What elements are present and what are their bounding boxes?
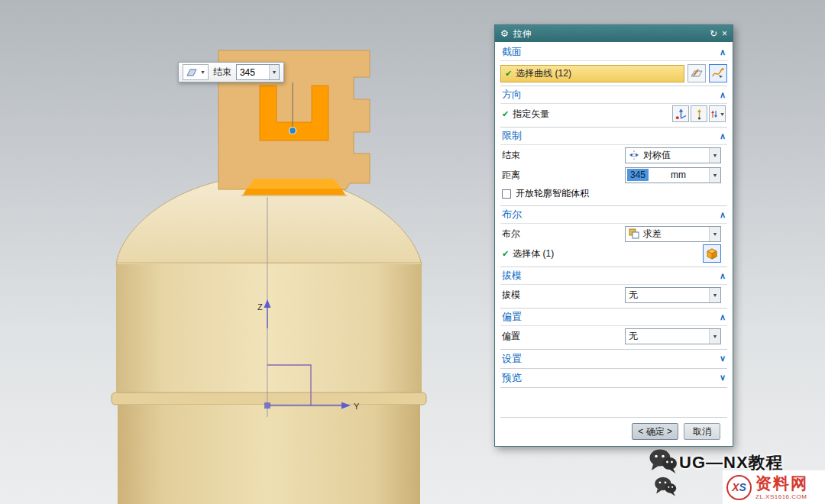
chevron-down-icon[interactable]: ▼ [709,329,720,344]
settings-group: 设置 ∨ [500,350,727,369]
offset-dropdown[interactable]: 无 ▼ [625,328,721,344]
origin-marker[interactable] [264,402,270,409]
nx-graphics-window: Z Y ▼ 结束 ▼ ⚙ 拉伸 ↻ × [0,0,825,504]
gear-icon: ⚙ [500,29,509,38]
vector-dialog-button[interactable] [672,105,689,122]
open-profile-checkbox[interactable] [502,189,511,199]
chevron-down-icon[interactable]: ▼ [709,168,720,183]
chevron-up-icon[interactable]: ∧ [720,131,726,141]
draft-dropdown[interactable]: 无 ▼ [625,287,721,303]
reset-icon[interactable]: ↻ [710,29,717,38]
wechat-icon [649,448,678,474]
chevron-down-icon[interactable]: ▼ [709,288,720,302]
close-icon[interactable]: × [722,29,727,38]
sketch-section-button[interactable] [688,64,706,82]
subtract-icon [629,228,639,239]
chevron-up-icon[interactable]: ∧ [720,90,726,100]
distance-label: 距离 [502,169,520,182]
drag-handle[interactable] [290,128,296,134]
onscreen-input-toolbar: ▼ 结束 ▼ [178,62,284,82]
extrude-limit-icon [186,67,198,78]
select-body-button[interactable] [703,244,721,263]
brand-url: ZL.XS1616.COM [755,494,808,500]
boolean-dropdown[interactable]: 求差 ▼ [625,226,721,242]
preview-group: 预览 ∨ [500,369,727,388]
draft-group-header[interactable]: 拔模 ∧ [500,267,727,285]
cancel-button[interactable]: 取消 [684,423,720,440]
brand-watermark: X S 资料网 ZL.XS1616.COM [723,470,825,504]
chevron-up-icon[interactable]: ∧ [720,47,726,57]
open-profile-label: 开放轮廓智能体积 [516,187,589,200]
offset-group-title: 偏置 [502,310,522,324]
sketch-icon [691,67,703,79]
bottle-lower-body[interactable] [118,405,420,504]
solid-body-icon [705,247,719,260]
extrude-dialog: ⚙ 拉伸 ↻ × 截面 ∧ ✔ 选择曲线 (12) [494,24,733,447]
brand-logo: X S [726,475,752,500]
chevron-up-icon[interactable]: ∧ [720,271,726,281]
limits-group: 限制 ∧ 结束 对称值 ▼ 距离 [500,128,727,206]
brand-logo-x: X [732,481,739,493]
vector-dialog-icon [675,108,687,120]
brand-name: 资料网 [755,475,808,491]
section-group-title: 截面 [502,45,522,59]
limits-group-header[interactable]: 限制 ∧ [500,128,727,145]
settings-group-title: 设置 [502,352,522,366]
ok-button[interactable]: < 确定 > [632,423,678,440]
bottle-body[interactable] [116,264,422,394]
offset-group-header[interactable]: 偏置 ∧ [500,309,727,326]
wechat-icon-small [654,476,677,497]
chevron-down-icon: ▼ [720,111,725,117]
offset-group: 偏置 ∧ 偏置 无 ▼ [500,309,727,350]
dialog-titlebar[interactable]: ⚙ 拉伸 ↻ × [495,25,733,42]
direction-group: 方向 ∧ ✔ 指定矢量 [500,86,727,128]
dialog-title: 拉伸 [513,27,532,40]
brand-logo-s: S [739,481,746,493]
chevron-up-icon[interactable]: ∧ [720,210,726,220]
boolean-label: 布尔 [502,228,520,241]
end-type-dropdown[interactable]: 对称值 ▼ [625,147,721,163]
y-axis-label: Y [354,402,360,411]
draft-label: 拔模 [502,289,520,302]
chevron-down-icon[interactable]: ∨ [720,373,726,383]
end-label: 结束 [502,149,520,162]
specify-vector-label: 指定矢量 [513,108,549,121]
chevron-down-icon[interactable]: ▼ [709,227,720,241]
mini-end-label: 结束 [213,66,231,79]
distance-value[interactable]: 345 [627,169,649,181]
distance-field[interactable]: 345 mm ▼ [625,167,721,183]
chevron-down-icon[interactable]: ∨ [720,354,726,363]
chevron-down-icon: ▼ [200,69,205,75]
curve-rule-button[interactable] [709,64,727,82]
valve-cap-top[interactable] [247,179,341,189]
boolean-group: 布尔 ∧ 布尔 求差 ▼ ✔ 选择体 (1) [500,206,727,267]
direction-group-title: 方向 [502,88,522,102]
valve-cap-bottom[interactable] [243,189,345,195]
direction-group-header[interactable]: 方向 ∧ [500,86,727,104]
section-group-header[interactable]: 截面 ∧ [500,44,727,61]
limit-option-combo[interactable]: ▼ [183,64,209,80]
preview-group-header[interactable]: 预览 ∨ [500,369,727,386]
distance-unit: mm [671,170,688,180]
draft-group-title: 拔模 [502,269,522,283]
reverse-direction-icon [710,108,719,120]
mini-distance-input[interactable] [237,66,269,79]
mini-distance-field: ▼ [236,64,280,80]
chevron-down-icon[interactable]: ▼ [709,148,720,163]
boolean-group-header[interactable]: 布尔 ∧ [500,206,727,224]
reverse-direction-button[interactable]: ▼ [709,105,726,122]
select-curve-label: 选择曲线 (12) [516,67,571,80]
offset-label: 偏置 [502,330,520,343]
boolean-value: 求差 [643,228,662,241]
limits-group-title: 限制 [502,129,522,143]
symmetric-value-icon [629,150,639,160]
section-group: 截面 ∧ ✔ 选择曲线 (12) [500,44,727,86]
chevron-up-icon[interactable]: ∧ [720,312,726,322]
select-curve-field[interactable]: ✔ 选择曲线 (12) [500,65,684,82]
chevron-down-icon[interactable]: ▼ [269,65,279,79]
dialog-body: 截面 ∧ ✔ 选择曲线 (12) [495,42,733,446]
check-icon: ✔ [505,69,512,79]
curve-icon [712,68,724,79]
inferred-vector-button[interactable] [691,105,707,122]
settings-group-header[interactable]: 设置 ∨ [500,350,727,367]
